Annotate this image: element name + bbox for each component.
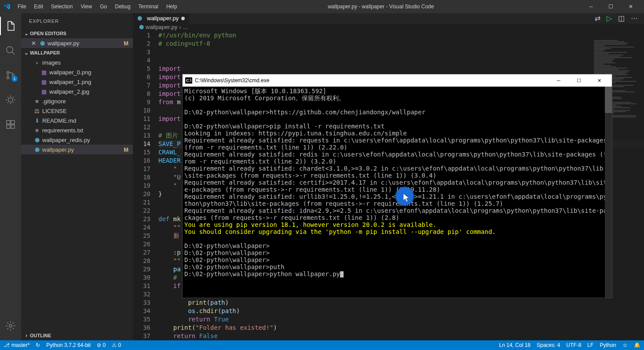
file-item[interactable]: ▦wallpaper_1.png: [21, 77, 133, 87]
file-item[interactable]: ▦wallpaper_2.jpg: [21, 87, 133, 96]
compare-changes-icon[interactable]: ⇄: [595, 14, 600, 22]
menu-go[interactable]: Go: [96, 2, 110, 11]
settings-gear-icon[interactable]: [0, 317, 21, 335]
modified-indicator: M: [124, 40, 128, 47]
eol[interactable]: LF: [587, 342, 593, 348]
line-number: 29: [133, 265, 150, 273]
cmd-output[interactable]: Microsoft Windows [版本 10.0.18363.592] (c…: [183, 87, 612, 298]
line-number: 7: [133, 81, 150, 90]
problems-warnings[interactable]: ⚠ 0: [112, 342, 121, 348]
cmd-maximize-button[interactable]: ☐: [569, 74, 589, 87]
svg-point-2: [7, 77, 9, 79]
modified-dot-icon[interactable]: [181, 17, 185, 20]
menu-file[interactable]: File: [14, 2, 29, 11]
line-number: 18: [133, 173, 150, 182]
problems-errors[interactable]: ⊘ 0: [97, 342, 106, 348]
code-line[interactable]: return False: [158, 332, 644, 340]
split-editor-icon[interactable]: ◫: [618, 14, 625, 22]
open-editors-header[interactable]: ⌄OPEN EDITORS: [21, 29, 133, 38]
line-number: 8: [133, 90, 150, 98]
txt-icon: ≡: [33, 127, 40, 134]
explorer-header: EXPLORER: [21, 13, 133, 29]
line-number: 3: [133, 48, 150, 56]
search-icon[interactable]: [0, 41, 21, 60]
line-number: 15: [133, 148, 150, 157]
feedback-icon[interactable]: ☺: [622, 342, 628, 348]
svg-rect-5: [7, 120, 10, 124]
breadcrumb[interactable]: ⬢ wallpaper.py › ...: [133, 24, 644, 30]
cursor-position[interactable]: Ln 14, Col 18: [499, 342, 531, 348]
file-item[interactable]: ≡requirements.txt: [21, 125, 133, 135]
menu-help[interactable]: Help: [163, 2, 181, 11]
file-item[interactable]: ⬇README.md: [21, 116, 133, 125]
line-number: 17: [133, 165, 150, 173]
code-line[interactable]: [158, 48, 644, 56]
source-control-icon[interactable]: 1: [0, 66, 21, 84]
code-line[interactable]: # coding=utf-8: [158, 40, 644, 48]
scrollbar-thumb[interactable]: [605, 87, 612, 113]
menu-debug[interactable]: Debug: [111, 2, 134, 11]
file-item[interactable]: ≡.gitignore: [21, 96, 133, 106]
cmd-window[interactable]: C:\ C:\Windows\System32\cmd.exe ─ ☐ ✕ Mi…: [182, 74, 612, 298]
line-number: 37: [133, 332, 150, 340]
cmd-close-button[interactable]: ✕: [589, 74, 609, 87]
open-editor-item[interactable]: ✕⬢wallpaper.pyM: [21, 38, 133, 48]
more-actions-icon[interactable]: ⋯: [631, 14, 638, 22]
line-number: 30: [133, 273, 150, 282]
menu-edit[interactable]: Edit: [30, 2, 47, 11]
tab-wallpaper-py[interactable]: ⬢ wallpaper.py: [133, 13, 190, 24]
close-button[interactable]: ✕: [621, 0, 640, 13]
titlebar: FileEditSelectionViewGoDebugTerminalHelp…: [0, 0, 644, 13]
encoding[interactable]: UTF-8: [566, 342, 581, 348]
close-icon[interactable]: ✕: [30, 40, 37, 47]
line-number: 11: [133, 115, 150, 123]
file-item[interactable]: ⬢wallpaper_redis.py: [21, 135, 133, 145]
code-line[interactable]: import: [158, 65, 644, 73]
menu-selection[interactable]: Selection: [48, 2, 76, 11]
python-interpreter[interactable]: Python 3.7.2 64-bit: [46, 342, 91, 348]
menu-view[interactable]: View: [77, 2, 95, 11]
svg-point-4: [8, 98, 13, 102]
code-line[interactable]: print("Folder has existed!"): [158, 324, 644, 332]
minimize-button[interactable]: ─: [581, 0, 601, 13]
line-number: 1: [133, 31, 150, 40]
extensions-icon[interactable]: [0, 115, 21, 134]
folder-item[interactable]: ›images: [21, 58, 133, 67]
line-number: 10: [133, 106, 150, 115]
cmd-titlebar[interactable]: C:\ C:\Windows\System32\cmd.exe ─ ☐ ✕: [183, 74, 612, 87]
menu-terminal[interactable]: Terminal: [135, 2, 162, 11]
cmd-minimize-button[interactable]: ─: [549, 74, 569, 87]
tab-label: wallpaper.py: [147, 15, 179, 22]
line-number: 20: [133, 190, 150, 198]
svg-rect-6: [11, 120, 15, 124]
file-item[interactable]: ⚖LICENSE: [21, 106, 133, 116]
chevron-right-icon: ›: [23, 332, 30, 339]
git-branch[interactable]: ⎇ master*: [4, 342, 29, 348]
window-controls: ─ ☐ ✕: [581, 0, 640, 13]
git-sync[interactable]: ↻: [36, 342, 40, 348]
line-number: 2: [133, 40, 150, 48]
debug-icon[interactable]: [0, 91, 21, 109]
md-icon: ⬇: [33, 117, 40, 124]
img-icon: ▦: [40, 88, 48, 95]
run-icon[interactable]: ▷: [607, 14, 612, 22]
cmd-scrollbar[interactable]: [605, 87, 612, 298]
line-number: 6: [133, 73, 150, 81]
chevron-down-icon: ⌄: [23, 50, 30, 56]
maximize-button[interactable]: ☐: [601, 0, 621, 13]
line-number: 16: [133, 157, 150, 165]
code-line[interactable]: return True: [158, 315, 644, 324]
code-line[interactable]: os.chdir(path): [158, 307, 644, 315]
file-item[interactable]: ⬢wallpaper.pyM: [21, 145, 133, 154]
code-line[interactable]: [158, 56, 644, 65]
explorer-icon[interactable]: [0, 17, 21, 35]
outline-header[interactable]: ›OUTLINE: [21, 331, 133, 340]
code-line[interactable]: print(path): [158, 299, 644, 307]
code-line[interactable]: #!/usr/bin/env python: [158, 31, 644, 40]
file-item[interactable]: ▦wallpaper_0.png: [21, 67, 133, 77]
indentation[interactable]: Spaces: 4: [537, 342, 560, 348]
notifications-icon[interactable]: 🔔: [634, 342, 640, 348]
workspace-header[interactable]: ⌄WALLPAPER: [21, 48, 133, 58]
img-icon: ▦: [40, 79, 48, 85]
language-mode[interactable]: Python: [600, 342, 616, 348]
